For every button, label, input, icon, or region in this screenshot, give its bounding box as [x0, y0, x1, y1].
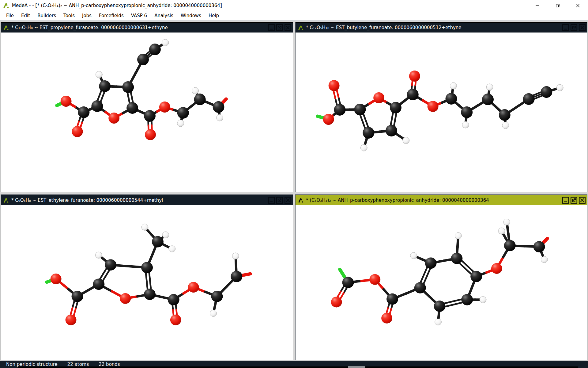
- atom-o[interactable]: [51, 274, 62, 284]
- atom-c[interactable]: [541, 86, 552, 98]
- atom-c[interactable]: [194, 94, 206, 105]
- menu-item-help[interactable]: Help: [205, 12, 223, 20]
- atom-h[interactable]: [498, 228, 505, 234]
- atom-c[interactable]: [342, 277, 354, 288]
- atom-c[interactable]: [354, 104, 366, 115]
- molecule-viewport[interactable]: [1, 33, 293, 192]
- atom-o[interactable]: [159, 102, 170, 113]
- molecule-3d-view[interactable]: [296, 205, 587, 360]
- atom-o[interactable]: [145, 129, 156, 140]
- atom-c[interactable]: [168, 294, 179, 305]
- atom-h[interactable]: [556, 84, 563, 91]
- atom-c[interactable]: [482, 94, 494, 105]
- atom-o[interactable]: [491, 263, 502, 274]
- molecule-3d-view[interactable]: [296, 33, 587, 192]
- minimize-button[interactable]: [268, 197, 275, 204]
- atom-c[interactable]: [461, 294, 473, 305]
- atom-h[interactable]: [141, 224, 148, 230]
- atom-h[interactable]: [96, 71, 102, 78]
- atom-c[interactable]: [523, 93, 535, 105]
- atom-o[interactable]: [329, 80, 340, 91]
- atom-h[interactable]: [502, 122, 509, 129]
- window-titlebar-inactive[interactable]: * C₁₁O₅H₈ ~ EST_propylene_furanoate: 000…: [1, 22, 293, 33]
- restore-button[interactable]: [276, 24, 283, 31]
- atom-o[interactable]: [72, 126, 83, 137]
- atom-c[interactable]: [499, 109, 511, 121]
- menu-item-file[interactable]: File: [2, 12, 17, 20]
- atom-c[interactable]: [504, 240, 516, 251]
- atom-h[interactable]: [169, 246, 175, 252]
- atom-c[interactable]: [470, 271, 482, 282]
- atom-h[interactable]: [217, 114, 223, 121]
- atom-c[interactable]: [407, 89, 419, 100]
- atom-c[interactable]: [93, 278, 104, 290]
- atom-o[interactable]: [369, 274, 380, 285]
- molecule-viewport[interactable]: [1, 205, 293, 360]
- atom-c[interactable]: [99, 80, 111, 92]
- window-titlebar-inactive[interactable]: * C₉O₅H₈ ~ EST_ethylene_furanoate: 00000…: [1, 195, 293, 205]
- atom-o[interactable]: [409, 71, 420, 82]
- close-button[interactable]: [285, 24, 291, 31]
- menu-item-forcefields[interactable]: Forcefields: [95, 12, 127, 20]
- close-button[interactable]: [579, 24, 586, 31]
- atom-c[interactable]: [211, 291, 223, 302]
- atom-c[interactable]: [533, 241, 545, 252]
- atom-h[interactable]: [162, 39, 169, 46]
- minimize-button[interactable]: [562, 24, 569, 31]
- restore-button[interactable]: [571, 197, 577, 204]
- atom-o[interactable]: [323, 114, 334, 125]
- atom-o[interactable]: [188, 282, 199, 293]
- atom-c[interactable]: [152, 236, 164, 247]
- atom-c[interactable]: [122, 81, 134, 93]
- menu-item-jobs[interactable]: Jobs: [78, 12, 95, 20]
- atom-c[interactable]: [425, 258, 437, 269]
- minimize-button[interactable]: [527, 0, 548, 11]
- atom-o[interactable]: [381, 313, 392, 324]
- minimize-button[interactable]: [562, 197, 569, 204]
- atom-c[interactable]: [386, 293, 398, 305]
- atom-h[interactable]: [210, 310, 217, 316]
- restore-button[interactable]: [276, 197, 283, 204]
- atom-c[interactable]: [177, 107, 189, 119]
- atom-h[interactable]: [192, 87, 199, 94]
- atom-c[interactable]: [231, 271, 242, 282]
- window-titlebar-inactive[interactable]: * C₁₂O₅H₁₀ ~ EST_butylene_furanoate: 000…: [296, 22, 587, 33]
- close-button[interactable]: [579, 197, 586, 204]
- menu-item-tools[interactable]: Tools: [60, 12, 78, 20]
- atom-c[interactable]: [213, 101, 224, 113]
- atom-h[interactable]: [162, 232, 169, 238]
- atom-h[interactable]: [541, 256, 548, 263]
- menu-item-builders[interactable]: Builders: [34, 12, 60, 20]
- atom-c[interactable]: [141, 262, 153, 273]
- close-button[interactable]: [568, 0, 588, 11]
- atom-h[interactable]: [462, 121, 469, 128]
- window-titlebar-active[interactable]: * (C₅O₂H₄)₂ ~ ANH_p-carboxyphenoxypropio…: [296, 195, 587, 205]
- atom-h[interactable]: [455, 232, 462, 239]
- atom-c[interactable]: [461, 106, 473, 118]
- atom-c[interactable]: [451, 253, 462, 264]
- atom-c[interactable]: [445, 93, 457, 105]
- molecule-viewport[interactable]: [296, 33, 587, 192]
- atom-h[interactable]: [95, 252, 102, 258]
- atom-h[interactable]: [232, 253, 239, 259]
- atom-o[interactable]: [331, 297, 342, 308]
- atom-h[interactable]: [486, 84, 493, 90]
- atom-c[interactable]: [105, 259, 116, 270]
- atom-c[interactable]: [78, 106, 89, 118]
- atom-h[interactable]: [450, 82, 457, 89]
- restore-button[interactable]: [571, 24, 577, 31]
- minimize-button[interactable]: [268, 24, 275, 31]
- atom-h[interactable]: [410, 252, 417, 259]
- atom-h[interactable]: [403, 137, 409, 144]
- atom-o[interactable]: [108, 113, 119, 124]
- atom-h[interactable]: [480, 297, 486, 303]
- atom-c[interactable]: [386, 125, 397, 136]
- atom-c[interactable]: [137, 54, 149, 65]
- atom-c[interactable]: [144, 110, 156, 122]
- menu-item-analysis[interactable]: Analysis: [151, 12, 177, 20]
- atom-o[interactable]: [170, 315, 181, 325]
- atom-h[interactable]: [435, 319, 442, 325]
- menu-item-windows[interactable]: Windows: [177, 12, 205, 20]
- atom-c[interactable]: [149, 44, 161, 55]
- atom-c[interactable]: [334, 104, 346, 116]
